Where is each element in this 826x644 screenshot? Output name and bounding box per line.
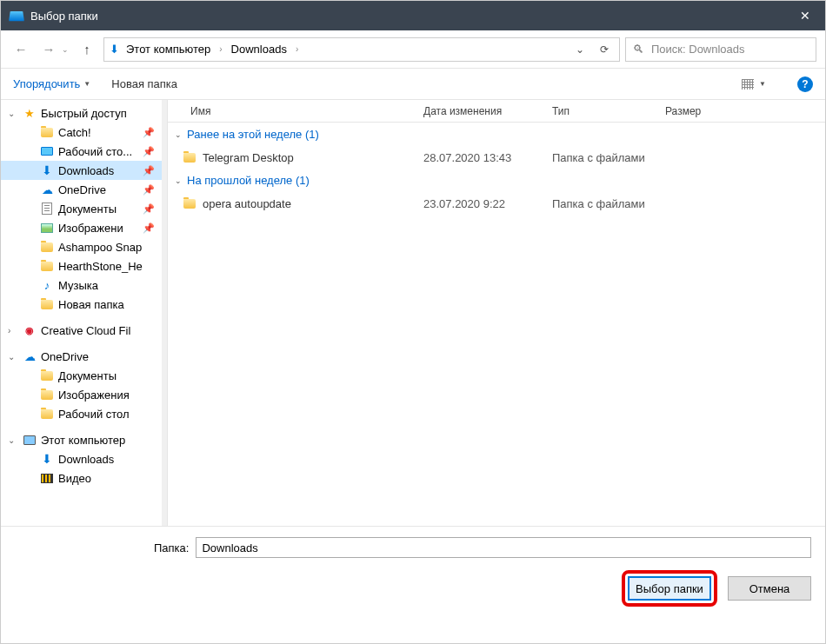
group-header[interactable]: ⌄Ранее на этой неделе (1): [168, 123, 825, 146]
tree-item-label: Ashampoo Snap: [58, 241, 163, 254]
location-icon: ⬇: [110, 43, 119, 56]
file-row[interactable]: opera autoupdate23.07.2020 9:22Папка с ф…: [168, 192, 825, 215]
help-button[interactable]: ?: [797, 76, 813, 92]
music-icon: ♪: [39, 279, 55, 292]
onedrive-icon: ☁: [39, 183, 55, 196]
col-name[interactable]: Имя: [183, 105, 416, 117]
cancel-button[interactable]: Отмена: [728, 576, 811, 601]
toolbar: Упорядочить▼ Новая папка ▼ ?: [1, 69, 825, 100]
window-title: Выбор папки: [30, 10, 98, 23]
view-grid-icon: [742, 79, 754, 90]
tree-item[interactable]: ☁OneDrive📌: [1, 180, 167, 199]
collapse-icon[interactable]: ⌄: [8, 352, 18, 362]
tree-item[interactable]: Изображени📌: [1, 218, 167, 237]
folder-icon: [39, 371, 55, 381]
pin-icon: 📌: [143, 146, 163, 157]
search-icon: 🔍︎: [633, 43, 644, 56]
file-list[interactable]: Имя Дата изменения Тип Размер ⌄Ранее на …: [168, 100, 825, 526]
folder-icon: [39, 409, 55, 419]
folder-icon: [39, 262, 55, 271]
tree-item-label: Видео: [58, 472, 163, 485]
tree-item[interactable]: Catch!📌: [1, 123, 167, 142]
tree-item-label: Изображения: [58, 388, 163, 402]
tree-item[interactable]: Документы: [1, 366, 167, 385]
refresh-button[interactable]: ⟳: [595, 43, 614, 56]
tree-quick-access[interactable]: ⌄ ★ Быстрый доступ: [1, 103, 167, 123]
tree-item-label: HearthStone_He: [58, 260, 163, 273]
tree-item[interactable]: Рабочий сто...📌: [1, 142, 167, 161]
collapse-icon[interactable]: ⌄: [175, 176, 182, 185]
tree-onedrive[interactable]: ⌄ ☁ OneDrive: [1, 347, 167, 366]
tree-item-label: Музыка: [58, 279, 163, 292]
search-placeholder: Поиск: Downloads: [651, 43, 745, 56]
forward-button[interactable]: →: [37, 38, 60, 61]
tree-item-label: Новая папка: [58, 298, 163, 311]
tree-creative-cloud[interactable]: › ◉ Creative Cloud Fil: [1, 321, 167, 340]
folder-icon: [39, 128, 55, 137]
file-name: Telegram Desktop: [203, 151, 416, 164]
tree-item-label: Рабочий сто...: [58, 145, 139, 158]
sidebar[interactable]: ⌄ ★ Быстрый доступ Catch!📌Рабочий сто...…: [1, 100, 168, 526]
docs-icon: [39, 202, 55, 215]
organize-button[interactable]: Упорядочить▼: [13, 77, 90, 90]
pin-icon: 📌: [143, 222, 163, 234]
tree-item-label: Документы: [58, 202, 139, 216]
new-folder-button[interactable]: Новая папка: [111, 77, 177, 90]
tree-item[interactable]: ⬇Downloads: [1, 449, 167, 468]
collapse-icon[interactable]: ⌄: [8, 435, 18, 445]
tree-item[interactable]: Видео: [1, 468, 167, 488]
file-type: Папка с файлами: [545, 197, 658, 210]
bottom-panel: Папка: Выбор папки Отмена: [1, 526, 825, 619]
folder-label: Папка:: [154, 541, 189, 554]
tree-this-pc[interactable]: ⌄ Этот компьютер: [1, 430, 167, 449]
tree-item[interactable]: Ashampoo Snap: [1, 237, 167, 256]
pin-icon: 📌: [143, 184, 163, 196]
breadcrumb-segment[interactable]: Этот компьютер: [124, 43, 212, 56]
tree-item[interactable]: HearthStone_He: [1, 256, 167, 276]
col-date[interactable]: Дата изменения: [416, 105, 545, 117]
collapse-icon[interactable]: ⌄: [175, 130, 182, 139]
pin-icon: 📌: [143, 165, 163, 176]
breadcrumb-separator: ›: [217, 44, 223, 54]
tree-item[interactable]: ⬇Downloads📌: [1, 161, 167, 180]
group-header[interactable]: ⌄На прошлой неделе (1): [168, 169, 825, 192]
tree-item-label: Catch!: [58, 126, 139, 139]
history-dropdown[interactable]: ⌄: [62, 45, 69, 54]
tree-item[interactable]: Новая папка: [1, 295, 167, 314]
tree-item[interactable]: ♪Музыка: [1, 276, 167, 295]
tree-item-label: Рабочий стол: [58, 408, 163, 421]
folder-input[interactable]: [196, 537, 811, 558]
tree-item[interactable]: Изображения: [1, 385, 167, 404]
expand-icon[interactable]: ›: [8, 326, 18, 335]
up-button[interactable]: ↑: [76, 38, 98, 61]
file-date: 28.07.2020 13:43: [416, 151, 545, 164]
desktop-icon: [39, 147, 55, 156]
video-icon: [39, 474, 55, 483]
col-size[interactable]: Размер: [658, 105, 728, 117]
close-button[interactable]: ✕: [785, 1, 825, 30]
col-type[interactable]: Тип: [545, 105, 658, 117]
folder-icon: [39, 390, 55, 400]
nav-bar: ← → ⌄ ↑ ⬇ Этот компьютер › Downloads › ⌄…: [1, 30, 825, 69]
file-row[interactable]: Telegram Desktop28.07.2020 13:43Папка с …: [168, 146, 825, 169]
creative-cloud-icon: ◉: [22, 325, 37, 336]
select-folder-button[interactable]: Выбор папки: [628, 576, 711, 601]
view-mode-button[interactable]: ▼: [742, 79, 766, 90]
pin-icon: 📌: [143, 127, 163, 138]
tree-item-label: OneDrive: [58, 183, 139, 196]
highlight-annotation: Выбор папки: [622, 570, 717, 607]
tree-item[interactable]: Рабочий стол: [1, 404, 167, 423]
tree-item[interactable]: Документы📌: [1, 199, 167, 218]
pin-icon: 📌: [143, 203, 163, 215]
file-type: Папка с файлами: [545, 151, 658, 164]
collapse-icon[interactable]: ⌄: [8, 109, 18, 118]
onedrive-icon: ☁: [22, 350, 37, 363]
address-dropdown[interactable]: ⌄: [570, 43, 590, 56]
back-button[interactable]: ←: [10, 38, 32, 61]
column-headers[interactable]: Имя Дата изменения Тип Размер: [168, 100, 825, 123]
breadcrumb-segment[interactable]: Downloads: [230, 43, 289, 56]
file-name: opera autoupdate: [203, 197, 416, 210]
search-input[interactable]: 🔍︎ Поиск: Downloads: [625, 37, 816, 62]
download-icon: ⬇: [39, 163, 55, 177]
address-bar[interactable]: ⬇ Этот компьютер › Downloads › ⌄ ⟳: [103, 37, 620, 62]
